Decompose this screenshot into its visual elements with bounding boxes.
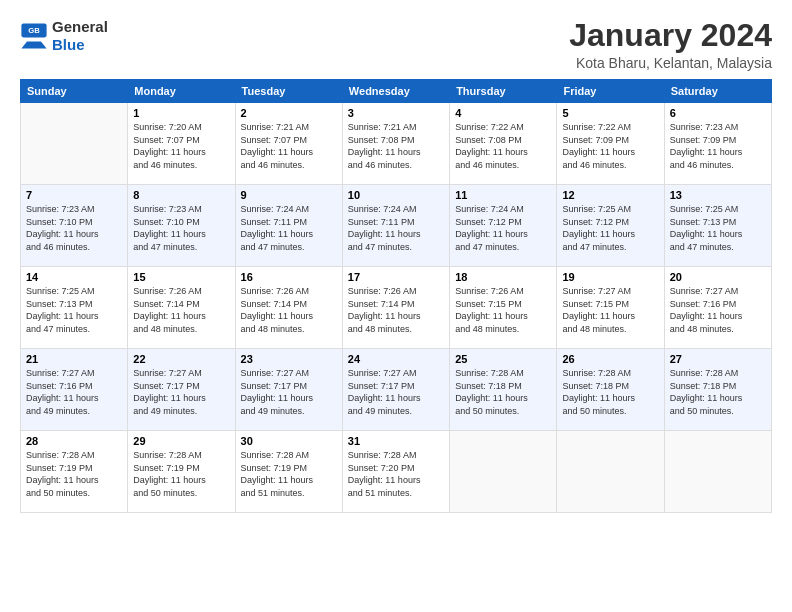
day-number: 23 bbox=[241, 353, 337, 365]
day-info: Sunrise: 7:27 AMSunset: 7:17 PMDaylight:… bbox=[348, 367, 444, 417]
table-row: 21Sunrise: 7:27 AMSunset: 7:16 PMDayligh… bbox=[21, 349, 128, 431]
table-row: 27Sunrise: 7:28 AMSunset: 7:18 PMDayligh… bbox=[664, 349, 771, 431]
svg-marker-2 bbox=[21, 42, 46, 49]
day-number: 26 bbox=[562, 353, 658, 365]
day-info: Sunrise: 7:26 AMSunset: 7:14 PMDaylight:… bbox=[241, 285, 337, 335]
table-row: 10Sunrise: 7:24 AMSunset: 7:11 PMDayligh… bbox=[342, 185, 449, 267]
day-info: Sunrise: 7:28 AMSunset: 7:18 PMDaylight:… bbox=[455, 367, 551, 417]
title-block: January 2024 Kota Bharu, Kelantan, Malay… bbox=[569, 18, 772, 71]
column-header-tuesday: Tuesday bbox=[235, 80, 342, 103]
logo-icon: GB bbox=[20, 22, 48, 50]
day-number: 11 bbox=[455, 189, 551, 201]
day-info: Sunrise: 7:21 AMSunset: 7:08 PMDaylight:… bbox=[348, 121, 444, 171]
day-number: 30 bbox=[241, 435, 337, 447]
day-number: 20 bbox=[670, 271, 766, 283]
day-number: 2 bbox=[241, 107, 337, 119]
day-number: 9 bbox=[241, 189, 337, 201]
column-header-monday: Monday bbox=[128, 80, 235, 103]
calendar-table: SundayMondayTuesdayWednesdayThursdayFrid… bbox=[20, 79, 772, 513]
table-row: 16Sunrise: 7:26 AMSunset: 7:14 PMDayligh… bbox=[235, 267, 342, 349]
table-row: 14Sunrise: 7:25 AMSunset: 7:13 PMDayligh… bbox=[21, 267, 128, 349]
table-row: 26Sunrise: 7:28 AMSunset: 7:18 PMDayligh… bbox=[557, 349, 664, 431]
location: Kota Bharu, Kelantan, Malaysia bbox=[569, 55, 772, 71]
day-number: 25 bbox=[455, 353, 551, 365]
day-number: 29 bbox=[133, 435, 229, 447]
column-header-sunday: Sunday bbox=[21, 80, 128, 103]
week-row-3: 14Sunrise: 7:25 AMSunset: 7:13 PMDayligh… bbox=[21, 267, 772, 349]
day-info: Sunrise: 7:28 AMSunset: 7:18 PMDaylight:… bbox=[670, 367, 766, 417]
week-row-5: 28Sunrise: 7:28 AMSunset: 7:19 PMDayligh… bbox=[21, 431, 772, 513]
day-info: Sunrise: 7:27 AMSunset: 7:17 PMDaylight:… bbox=[133, 367, 229, 417]
table-row: 31Sunrise: 7:28 AMSunset: 7:20 PMDayligh… bbox=[342, 431, 449, 513]
day-info: Sunrise: 7:25 AMSunset: 7:13 PMDaylight:… bbox=[670, 203, 766, 253]
day-info: Sunrise: 7:20 AMSunset: 7:07 PMDaylight:… bbox=[133, 121, 229, 171]
week-row-4: 21Sunrise: 7:27 AMSunset: 7:16 PMDayligh… bbox=[21, 349, 772, 431]
day-info: Sunrise: 7:22 AMSunset: 7:09 PMDaylight:… bbox=[562, 121, 658, 171]
table-row: 8Sunrise: 7:23 AMSunset: 7:10 PMDaylight… bbox=[128, 185, 235, 267]
table-row bbox=[450, 431, 557, 513]
day-number: 28 bbox=[26, 435, 122, 447]
day-info: Sunrise: 7:28 AMSunset: 7:19 PMDaylight:… bbox=[133, 449, 229, 499]
svg-text:GB: GB bbox=[28, 26, 40, 35]
day-info: Sunrise: 7:27 AMSunset: 7:15 PMDaylight:… bbox=[562, 285, 658, 335]
day-number: 1 bbox=[133, 107, 229, 119]
day-info: Sunrise: 7:24 AMSunset: 7:11 PMDaylight:… bbox=[241, 203, 337, 253]
day-info: Sunrise: 7:27 AMSunset: 7:16 PMDaylight:… bbox=[26, 367, 122, 417]
table-row: 15Sunrise: 7:26 AMSunset: 7:14 PMDayligh… bbox=[128, 267, 235, 349]
column-header-saturday: Saturday bbox=[664, 80, 771, 103]
column-header-wednesday: Wednesday bbox=[342, 80, 449, 103]
day-info: Sunrise: 7:27 AMSunset: 7:17 PMDaylight:… bbox=[241, 367, 337, 417]
day-number: 13 bbox=[670, 189, 766, 201]
column-header-thursday: Thursday bbox=[450, 80, 557, 103]
day-number: 14 bbox=[26, 271, 122, 283]
day-info: Sunrise: 7:28 AMSunset: 7:20 PMDaylight:… bbox=[348, 449, 444, 499]
logo-text: General Blue bbox=[52, 18, 108, 54]
table-row: 25Sunrise: 7:28 AMSunset: 7:18 PMDayligh… bbox=[450, 349, 557, 431]
day-number: 5 bbox=[562, 107, 658, 119]
day-info: Sunrise: 7:28 AMSunset: 7:19 PMDaylight:… bbox=[241, 449, 337, 499]
day-number: 6 bbox=[670, 107, 766, 119]
day-number: 21 bbox=[26, 353, 122, 365]
day-info: Sunrise: 7:24 AMSunset: 7:12 PMDaylight:… bbox=[455, 203, 551, 253]
table-row: 22Sunrise: 7:27 AMSunset: 7:17 PMDayligh… bbox=[128, 349, 235, 431]
table-row: 2Sunrise: 7:21 AMSunset: 7:07 PMDaylight… bbox=[235, 103, 342, 185]
table-row: 23Sunrise: 7:27 AMSunset: 7:17 PMDayligh… bbox=[235, 349, 342, 431]
table-row: 1Sunrise: 7:20 AMSunset: 7:07 PMDaylight… bbox=[128, 103, 235, 185]
week-row-1: 1Sunrise: 7:20 AMSunset: 7:07 PMDaylight… bbox=[21, 103, 772, 185]
day-number: 31 bbox=[348, 435, 444, 447]
table-row: 17Sunrise: 7:26 AMSunset: 7:14 PMDayligh… bbox=[342, 267, 449, 349]
table-row bbox=[664, 431, 771, 513]
day-info: Sunrise: 7:23 AMSunset: 7:10 PMDaylight:… bbox=[133, 203, 229, 253]
day-info: Sunrise: 7:21 AMSunset: 7:07 PMDaylight:… bbox=[241, 121, 337, 171]
day-info: Sunrise: 7:26 AMSunset: 7:14 PMDaylight:… bbox=[133, 285, 229, 335]
day-number: 7 bbox=[26, 189, 122, 201]
day-number: 10 bbox=[348, 189, 444, 201]
day-info: Sunrise: 7:26 AMSunset: 7:15 PMDaylight:… bbox=[455, 285, 551, 335]
day-number: 18 bbox=[455, 271, 551, 283]
day-info: Sunrise: 7:25 AMSunset: 7:13 PMDaylight:… bbox=[26, 285, 122, 335]
day-info: Sunrise: 7:22 AMSunset: 7:08 PMDaylight:… bbox=[455, 121, 551, 171]
day-number: 12 bbox=[562, 189, 658, 201]
calendar-page: GB General Blue January 2024 Kota Bharu,… bbox=[0, 0, 792, 612]
day-info: Sunrise: 7:28 AMSunset: 7:19 PMDaylight:… bbox=[26, 449, 122, 499]
day-info: Sunrise: 7:23 AMSunset: 7:10 PMDaylight:… bbox=[26, 203, 122, 253]
day-info: Sunrise: 7:23 AMSunset: 7:09 PMDaylight:… bbox=[670, 121, 766, 171]
day-info: Sunrise: 7:26 AMSunset: 7:14 PMDaylight:… bbox=[348, 285, 444, 335]
day-number: 15 bbox=[133, 271, 229, 283]
table-row bbox=[21, 103, 128, 185]
table-row: 30Sunrise: 7:28 AMSunset: 7:19 PMDayligh… bbox=[235, 431, 342, 513]
table-row: 9Sunrise: 7:24 AMSunset: 7:11 PMDaylight… bbox=[235, 185, 342, 267]
logo: GB General Blue bbox=[20, 18, 108, 54]
table-row: 20Sunrise: 7:27 AMSunset: 7:16 PMDayligh… bbox=[664, 267, 771, 349]
table-row: 18Sunrise: 7:26 AMSunset: 7:15 PMDayligh… bbox=[450, 267, 557, 349]
week-row-2: 7Sunrise: 7:23 AMSunset: 7:10 PMDaylight… bbox=[21, 185, 772, 267]
table-row: 28Sunrise: 7:28 AMSunset: 7:19 PMDayligh… bbox=[21, 431, 128, 513]
logo-blue: Blue bbox=[52, 36, 108, 54]
day-number: 8 bbox=[133, 189, 229, 201]
header: GB General Blue January 2024 Kota Bharu,… bbox=[20, 18, 772, 71]
table-row: 3Sunrise: 7:21 AMSunset: 7:08 PMDaylight… bbox=[342, 103, 449, 185]
table-row: 5Sunrise: 7:22 AMSunset: 7:09 PMDaylight… bbox=[557, 103, 664, 185]
table-row: 11Sunrise: 7:24 AMSunset: 7:12 PMDayligh… bbox=[450, 185, 557, 267]
table-row: 12Sunrise: 7:25 AMSunset: 7:12 PMDayligh… bbox=[557, 185, 664, 267]
header-row: SundayMondayTuesdayWednesdayThursdayFrid… bbox=[21, 80, 772, 103]
